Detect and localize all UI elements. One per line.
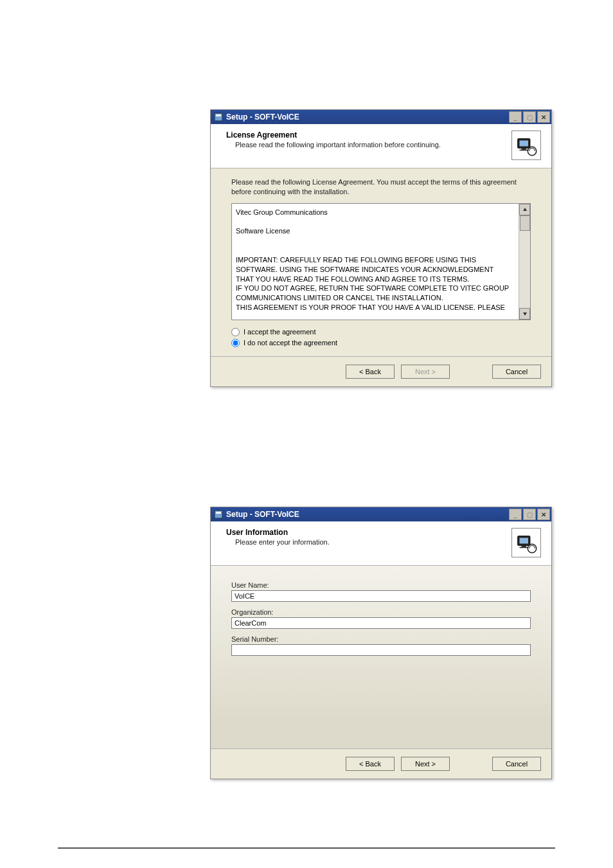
titlebar[interactable]: Setup - SOFT-VoICE _ ▢ ✕ <box>211 507 551 521</box>
maximize-button: ▢ <box>523 509 536 520</box>
close-button[interactable]: ✕ <box>537 509 550 520</box>
instruction-text: Please read the following License Agreem… <box>231 177 531 197</box>
svg-rect-12 <box>520 547 529 548</box>
organization-input[interactable] <box>231 617 531 629</box>
close-button[interactable]: ✕ <box>537 111 550 123</box>
cancel-button[interactable]: Cancel <box>492 365 541 379</box>
license-line: SOFTWARE. USING THE SOFTWARE INDICATES Y… <box>236 265 515 275</box>
license-line <box>236 236 515 246</box>
page-title: License Agreement <box>226 131 511 140</box>
license-line: THIS AGREEMENT IS YOUR PROOF THAT YOU HA… <box>236 303 515 312</box>
wizard-icon <box>511 528 541 557</box>
svg-rect-4 <box>522 149 527 150</box>
svg-rect-3 <box>520 141 529 147</box>
username-label: User Name: <box>231 581 531 589</box>
wizard-header: License Agreement Please read the follow… <box>211 124 551 168</box>
setup-icon <box>213 509 224 520</box>
svg-rect-5 <box>520 150 529 151</box>
username-input[interactable] <box>231 590 531 602</box>
scrollbar[interactable] <box>519 204 530 320</box>
radio-accept-input[interactable] <box>231 328 240 336</box>
license-line: THAT YOU HAVE READ THE FOLLOWING AND AGR… <box>236 275 515 284</box>
page-subtitle: Please enter your information. <box>235 538 511 546</box>
license-line <box>236 246 515 255</box>
svg-rect-1 <box>216 114 221 116</box>
maximize-button: ▢ <box>523 111 536 123</box>
svg-rect-7 <box>215 511 222 518</box>
serial-input[interactable] <box>231 644 531 656</box>
page-subtitle: Please read the following important info… <box>235 141 511 149</box>
radio-accept-label: I accept the agreement <box>244 328 316 336</box>
radio-decline[interactable]: I do not accept the agreement <box>231 339 531 347</box>
radio-decline-input[interactable] <box>231 339 240 347</box>
next-button: Next > <box>401 365 450 379</box>
setup-icon <box>213 112 224 122</box>
license-text-area: Vitec Group Communications Software Lice… <box>231 203 531 320</box>
minimize-button[interactable]: _ <box>509 509 522 520</box>
license-line: IMPORTANT: CAREFULLY READ THE FOLLOWING … <box>236 255 515 265</box>
scroll-up-button[interactable] <box>519 204 530 215</box>
svg-rect-8 <box>216 512 221 514</box>
serial-label: Serial Number: <box>231 635 531 643</box>
back-button[interactable]: < Back <box>346 757 395 771</box>
window-title: Setup - SOFT-VoICE <box>226 113 509 122</box>
svg-rect-10 <box>520 538 529 544</box>
window-title: Setup - SOFT-VoICE <box>226 510 509 519</box>
user-information-dialog: Setup - SOFT-VoICE _ ▢ ✕ User Informatio… <box>210 507 552 779</box>
license-line <box>236 217 515 227</box>
wizard-header: User Information Please enter your infor… <box>211 521 551 566</box>
page-title: User Information <box>226 528 511 537</box>
organization-label: Organization: <box>231 608 531 616</box>
wizard-footer: < Back Next > Cancel <box>211 748 551 779</box>
license-line: Vitec Group Communications <box>236 208 515 217</box>
svg-rect-11 <box>522 546 527 547</box>
wizard-icon <box>511 131 541 160</box>
scroll-down-button[interactable] <box>519 308 530 320</box>
radio-accept[interactable]: I accept the agreement <box>231 328 531 336</box>
minimize-button[interactable]: _ <box>509 111 522 123</box>
license-line: COMMUNICATIONS LIMITED OR CANCEL THE INS… <box>236 293 515 303</box>
license-line: IF YOU DO NOT AGREE, RETURN THE SOFTWARE… <box>236 284 515 293</box>
next-button[interactable]: Next > <box>401 757 450 771</box>
license-agreement-dialog: Setup - SOFT-VoICE _ ▢ ✕ License Agreeme… <box>210 109 552 387</box>
svg-rect-0 <box>215 113 222 121</box>
page-divider <box>58 847 555 849</box>
license-line: Software License <box>236 226 515 236</box>
wizard-footer: < Back Next > Cancel <box>211 356 551 386</box>
back-button[interactable]: < Back <box>346 365 395 379</box>
titlebar[interactable]: Setup - SOFT-VoICE _ ▢ ✕ <box>211 110 551 124</box>
radio-decline-label: I do not accept the agreement <box>244 339 337 347</box>
scroll-thumb[interactable] <box>520 215 530 231</box>
cancel-button[interactable]: Cancel <box>492 757 541 771</box>
